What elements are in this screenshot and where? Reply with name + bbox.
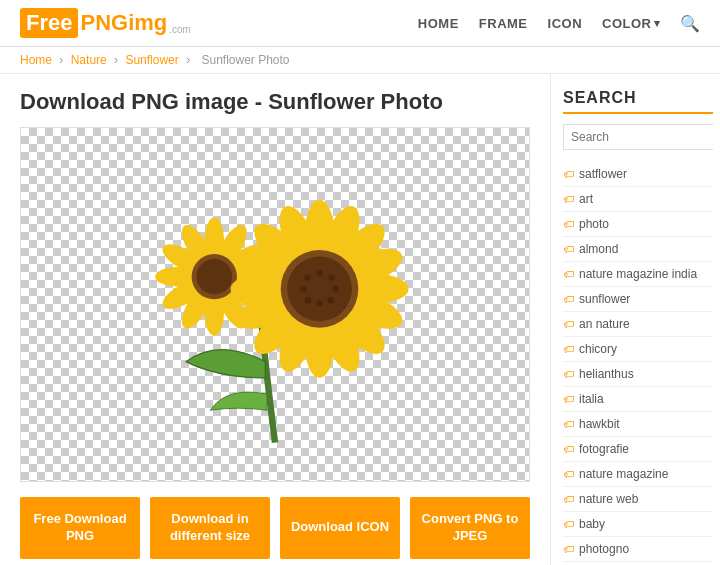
svg-point-38 [300,285,306,291]
sidebar-title: SEARCH [563,89,713,114]
tag-label: art [579,192,593,206]
tag-label: helianthus [579,367,634,381]
tag-icon: 🏷 [563,293,574,305]
logo-com: .com [169,24,191,35]
tag-item[interactable]: 🏷almond [563,237,713,262]
tag-icon: 🏷 [563,318,574,330]
tag-icon: 🏷 [563,168,574,180]
logo[interactable]: Free PNGimg .com [20,8,191,38]
btn-download-icon[interactable]: Download ICON [280,497,400,559]
tag-item[interactable]: 🏷italia [563,387,713,412]
main-wrapper: Download PNG image - Sunflower Photo [0,74,720,565]
tag-label: an nature [579,317,630,331]
tag-label: fotografie [579,442,629,456]
tag-item[interactable]: 🏷an nature [563,312,713,337]
tag-label: photo [579,217,609,231]
svg-point-33 [328,274,334,280]
tag-label: italia [579,392,604,406]
content-area: Download PNG image - Sunflower Photo [0,74,550,565]
tag-icon: 🏷 [563,193,574,205]
tag-label: baby [579,517,605,531]
btn-convert-jpeg[interactable]: Convert PNG to JPEG [410,497,530,559]
header-search-button[interactable]: 🔍 [680,14,700,33]
tag-item[interactable]: 🏷art [563,187,713,212]
nav-frame[interactable]: FRAME [479,16,528,31]
nav-icon[interactable]: ICON [548,16,583,31]
logo-png: PNGimg [80,10,167,36]
breadcrumb-sunflower[interactable]: Sunflower [125,53,178,67]
tag-icon: 🏷 [563,518,574,530]
svg-point-31 [287,256,352,321]
tag-icon: 🏷 [563,243,574,255]
tag-label: hawkbit [579,417,620,431]
svg-point-35 [328,296,334,302]
tag-item[interactable]: 🏷hawkbit [563,412,713,437]
tag-icon: 🏷 [563,393,574,405]
tag-icon: 🏷 [563,418,574,430]
tag-item[interactable]: 🏷chicory [563,337,713,362]
tag-icon: 🏷 [563,268,574,280]
main-nav: HOME FRAME ICON COLOR 🔍 [418,14,700,33]
breadcrumb-sep-2: › [114,53,121,67]
svg-point-39 [304,274,310,280]
sidebar: SEARCH 🔍 🏷satflower🏷art🏷photo🏷almond🏷nat… [550,74,720,565]
tag-icon: 🏷 [563,368,574,380]
breadcrumb: Home › Nature › Sunflower › Sunflower Ph… [0,47,720,74]
tag-icon: 🏷 [563,343,574,355]
tag-label: chicory [579,342,617,356]
tag-item[interactable]: 🏷helianthus [563,362,713,387]
tag-icon: 🏷 [563,493,574,505]
action-buttons: Free Download PNG Download in different … [20,497,530,559]
tag-item[interactable]: 🏷nature web [563,487,713,512]
logo-free: Free [20,8,78,38]
header: Free PNGimg .com HOME FRAME ICON COLOR 🔍 [0,0,720,47]
tag-label: nature web [579,492,638,506]
image-box [20,127,530,482]
tag-label: almond [579,242,618,256]
tag-label: nature magazine india [579,267,697,281]
search-input[interactable] [564,125,720,149]
search-box: 🔍 [563,124,713,150]
svg-point-36 [316,300,322,306]
tag-label: satflower [579,167,627,181]
tag-item[interactable]: 🏷fotografie [563,437,713,462]
tag-icon: 🏷 [563,443,574,455]
tag-item[interactable]: 🏷photo [563,212,713,237]
tag-label: photogno [579,542,629,556]
svg-point-34 [332,285,338,291]
breadcrumb-current: Sunflower Photo [201,53,289,67]
svg-point-32 [316,269,322,275]
svg-point-13 [196,258,232,294]
tag-icon: 🏷 [563,468,574,480]
breadcrumb-home[interactable]: Home [20,53,52,67]
svg-point-37 [305,296,311,302]
tag-item[interactable]: 🏷sunflower [563,287,713,312]
tag-icon: 🏷 [563,218,574,230]
breadcrumb-nature[interactable]: Nature [71,53,107,67]
tag-label: sunflower [579,292,630,306]
tag-item[interactable]: 🏷baby [563,512,713,537]
tag-icon: 🏷 [563,543,574,555]
tag-item[interactable]: 🏷photogno [563,537,713,562]
tag-item[interactable]: 🏷nature magazine india [563,262,713,287]
breadcrumb-sep-1: › [59,53,66,67]
btn-free-download[interactable]: Free Download PNG [20,497,140,559]
tag-label: nature magazine [579,467,668,481]
tag-item[interactable]: 🏷nature magazine [563,462,713,487]
sunflower-svg [85,135,465,475]
nav-color[interactable]: COLOR [602,16,660,31]
tag-item[interactable]: 🏷satflower [563,162,713,187]
breadcrumb-sep-3: › [186,53,193,67]
nav-home[interactable]: HOME [418,16,459,31]
tag-list: 🏷satflower🏷art🏷photo🏷almond🏷nature magaz… [563,162,713,565]
page-title: Download PNG image - Sunflower Photo [20,89,530,115]
btn-diff-size[interactable]: Download in different size [150,497,270,559]
